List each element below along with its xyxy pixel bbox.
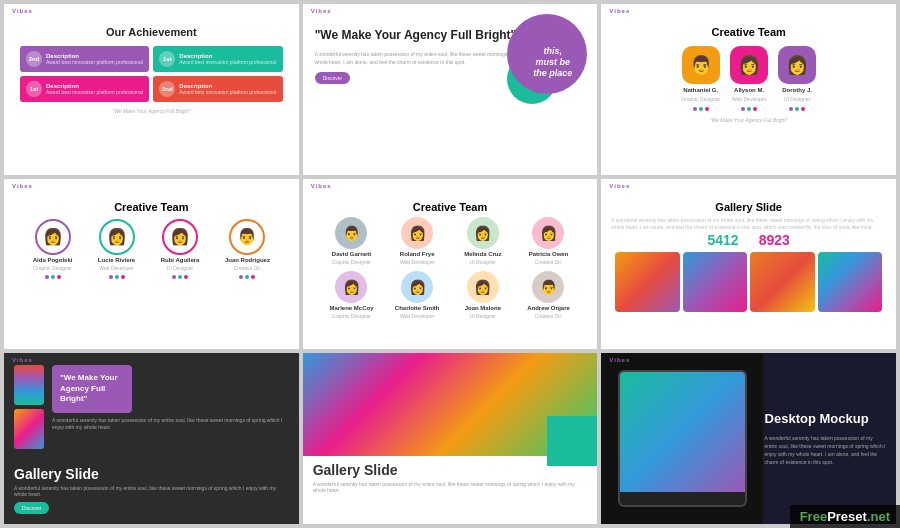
name-5-4: Patricia Owen [529, 251, 569, 257]
team-m5-1: 👨 David Garnett Graphic Designer [321, 217, 383, 265]
slide-5-title: Creative Team [313, 201, 588, 213]
member-role-4-3: UI Designer [167, 265, 193, 271]
member-name-4-1: Aida Pogolski [33, 257, 73, 263]
name-5-5: Marlene McCoy [329, 305, 373, 311]
slide-4-title: Creative Team [14, 201, 289, 213]
name-5-2: Roland Frye [400, 251, 435, 257]
role-5-3: UI Designer [470, 259, 496, 265]
slide-7-quote-text: "We Make Your Agency Full Bright" [60, 373, 124, 404]
tablet-screen [620, 372, 746, 491]
dot-purple-3-2 [741, 107, 745, 111]
team-grid-top-5: 👨 David Garnett Graphic Designer 👩 Rolan… [313, 217, 588, 265]
member-name-4-2: Lucie Riviere [98, 257, 135, 263]
brand-3: Vibes [609, 8, 630, 14]
slide-7: Vibes "We Make Your Agency Full Bright" … [4, 353, 299, 524]
brand-2: Vibes [311, 8, 332, 14]
ach-badge-2: 1st [159, 51, 175, 67]
slide-7-left [14, 365, 44, 449]
dot-pink-3-3 [801, 107, 805, 111]
dot-pink-3-1 [705, 107, 709, 111]
avatar-5-1: 👨 [335, 217, 367, 249]
slide-7-sub: A wonderful serenity has taken possessio… [14, 485, 289, 497]
brand-4: Vibes [12, 183, 33, 189]
ach-badge-4: 2nd [159, 81, 175, 97]
slide-5: Vibes Creative Team 👨 David Garnett Grap… [303, 179, 598, 350]
member-dots-3-1 [693, 107, 709, 111]
dot-k-4-2 [121, 275, 125, 279]
gallery-images [611, 252, 886, 312]
ach-desc-2: Award best innovation platform professio… [179, 59, 276, 65]
ach-desc-3: Award best innovation platform professio… [46, 89, 143, 95]
slide-3-title: Creative Team [611, 26, 886, 38]
brand-7: Vibes [12, 357, 33, 363]
brand-1: Vibes [12, 8, 33, 14]
slide-7-body: A wonderful serenity has taken possessio… [52, 417, 289, 432]
avatar-5-4: 👩 [532, 217, 564, 249]
member-dots-4-4 [239, 275, 255, 279]
ach-card-3: 1st Description Award best innovation pl… [20, 76, 149, 102]
dot-purple-3-1 [693, 107, 697, 111]
dot-t-4-3 [178, 275, 182, 279]
role-5-8: Creative Dir. [535, 313, 563, 319]
ach-badge-1: 2nd [26, 51, 42, 67]
member-dots-3-2 [741, 107, 757, 111]
role-5-7: UI Designer [470, 313, 496, 319]
member-dots-3-3 [789, 107, 805, 111]
gallery-img-1 [615, 252, 679, 312]
team-m5-3: 👩 Melinda Cruz UI Designer [452, 217, 514, 265]
brand-9: Vibes [609, 357, 630, 363]
avatar-4-2: 👩 [99, 219, 135, 255]
team-member-4-2: 👩 Lucie Riviere Web Developer [98, 219, 135, 279]
watermark-preset: Preset [827, 509, 867, 524]
name-5-6: Charlotte Smith [395, 305, 440, 311]
avatar-4-1: 👩 [35, 219, 71, 255]
member-dots-4-1 [45, 275, 61, 279]
dot-k-4-4 [251, 275, 255, 279]
avatar-5-6: 👩 [401, 271, 433, 303]
ach-card-4: 2nd Description Award best innovation pl… [153, 76, 282, 102]
color-strip-1 [14, 365, 44, 405]
dot-p-4-2 [109, 275, 113, 279]
name-5-3: Melinda Cruz [464, 251, 501, 257]
team-grid-bottom-5: 👩 Marlene McCoy Graphic Designer 👩 Charl… [313, 271, 588, 319]
slide-9-body: A wonderful serenity has taken possessio… [765, 434, 886, 466]
slide-1-tagline: "We Make Your Agency Full Bright" [14, 108, 289, 114]
ach-desc-4: Award best innovation platform professio… [179, 89, 276, 95]
member-name-4-3: Rubi Aguilera [161, 257, 200, 263]
tablet-mockup [618, 370, 748, 507]
color-strip-2 [14, 409, 44, 449]
role-5-6: Web Developer [400, 313, 434, 319]
ach-card-1: 2nd Description Award best innovation pl… [20, 46, 149, 72]
slide-6: Vibes Gallery Slide A wonderful serenity… [601, 179, 896, 350]
ach-badge-3: 1st [26, 81, 42, 97]
name-5-7: Joan Malone [465, 305, 501, 311]
slide-4: Vibes Creative Team 👩 Aida Pogolski Grap… [4, 179, 299, 350]
slide-7-btn[interactable]: Discover [14, 502, 49, 514]
member-role-3-3: UI Designer [784, 96, 810, 102]
member-name-3-2: Allyson M. [734, 87, 764, 93]
gallery-img-3 [750, 252, 814, 312]
slide-2-btn[interactable]: Discover [315, 72, 350, 84]
name-5-8: Andrew Onjare [527, 305, 570, 311]
slide-1: Vibes Our Achievement 2nd Description Aw… [4, 4, 299, 175]
teal-accent [547, 416, 597, 466]
gallery-stats: 5412 8923 [611, 232, 886, 248]
role-5-2: Web Developer [400, 259, 434, 265]
dot-t-4-1 [51, 275, 55, 279]
slide-7-bottom: Gallery Slide A wonderful serenity has t… [14, 466, 289, 514]
team-row-4: 👩 Aida Pogolski Graphic Designer 👩 Lucie… [14, 219, 289, 279]
member-role-4-1: Graphic Designer [33, 265, 72, 271]
dot-p-4-3 [172, 275, 176, 279]
member-role-3-2: Web Developer [732, 96, 766, 102]
slide-6-title: Gallery Slide [611, 201, 886, 213]
team-row-3: 👨 Nathaniel G. Graphic Designer 👩 Allyso… [611, 46, 886, 111]
dot-p-4-1 [45, 275, 49, 279]
name-5-1: David Garnett [332, 251, 371, 257]
mockup-area [601, 353, 763, 524]
slide-9: Vibes Desktop Mockup A wonderful serenit… [601, 353, 896, 524]
avatar-4-3: 👩 [162, 219, 198, 255]
member-role-3-1: Graphic Designer [681, 96, 720, 102]
avatar-5-5: 👩 [335, 271, 367, 303]
dot-t-4-2 [115, 275, 119, 279]
slide-9-text-area: Desktop Mockup A wonderful serenity has … [755, 353, 896, 524]
